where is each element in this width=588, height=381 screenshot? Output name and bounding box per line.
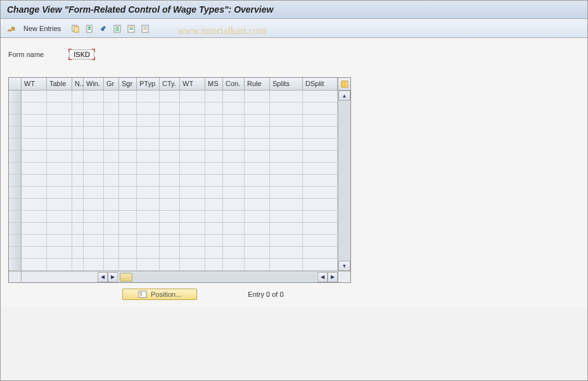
cell-dsplit[interactable] xyxy=(303,127,338,139)
cell-wt2[interactable] xyxy=(180,235,205,247)
scroll-left-icon[interactable]: ◀ xyxy=(98,272,108,282)
cell-wt2[interactable] xyxy=(180,115,205,127)
cell-ptyp[interactable] xyxy=(137,175,160,187)
cell-cty[interactable] xyxy=(160,199,180,211)
cell-sgr[interactable] xyxy=(119,103,137,115)
cell-wt[interactable] xyxy=(22,199,47,211)
cell-n[interactable] xyxy=(72,151,84,163)
cell-win[interactable] xyxy=(84,187,104,199)
cell-gr[interactable] xyxy=(104,211,119,223)
cell-wt[interactable] xyxy=(22,139,47,151)
column-header-wt[interactable]: WT xyxy=(22,78,47,91)
cell-con[interactable] xyxy=(223,139,245,151)
cell-rule[interactable] xyxy=(245,175,270,187)
cell-n[interactable] xyxy=(72,139,84,151)
cell-wt[interactable] xyxy=(22,163,47,175)
cell-win[interactable] xyxy=(84,175,104,187)
cell-sgr[interactable] xyxy=(119,127,137,139)
cell-table[interactable] xyxy=(47,127,72,139)
cell-rule[interactable] xyxy=(245,139,270,151)
cell-ptyp[interactable] xyxy=(137,163,160,175)
cell-n[interactable] xyxy=(72,115,84,127)
delete-icon[interactable] xyxy=(84,23,95,34)
cell-ptyp[interactable] xyxy=(137,151,160,163)
cell-rule[interactable] xyxy=(245,151,270,163)
cell-win[interactable] xyxy=(84,139,104,151)
column-header-ms[interactable]: MS xyxy=(205,78,223,91)
cell-win[interactable] xyxy=(84,199,104,211)
cell-wt[interactable] xyxy=(22,223,47,235)
cell-dsplit[interactable] xyxy=(303,151,338,163)
cell-dsplit[interactable] xyxy=(303,187,338,199)
row-selector[interactable] xyxy=(9,211,22,223)
row-selector[interactable] xyxy=(9,223,22,235)
cell-ms[interactable] xyxy=(205,103,223,115)
cell-ms[interactable] xyxy=(205,247,223,259)
cell-sgr[interactable] xyxy=(119,259,137,271)
cell-con[interactable] xyxy=(223,199,245,211)
cell-cty[interactable] xyxy=(160,223,180,235)
cell-cty[interactable] xyxy=(160,91,180,103)
cell-win[interactable] xyxy=(84,163,104,175)
column-header-cty[interactable]: CTy. xyxy=(160,78,180,91)
row-selector[interactable] xyxy=(9,187,22,199)
cell-table[interactable] xyxy=(47,259,72,271)
cell-splits[interactable] xyxy=(270,139,303,151)
cell-wt2[interactable] xyxy=(180,199,205,211)
scroll-down-icon[interactable]: ▼ xyxy=(338,261,350,271)
cell-con[interactable] xyxy=(223,151,245,163)
cell-dsplit[interactable] xyxy=(303,247,338,259)
cell-rule[interactable] xyxy=(245,163,270,175)
cell-splits[interactable] xyxy=(270,163,303,175)
cell-ms[interactable] xyxy=(205,211,223,223)
deselect-all-icon[interactable] xyxy=(139,23,151,34)
scroll-right-icon[interactable]: ▶ xyxy=(108,272,118,282)
row-selector[interactable] xyxy=(9,235,22,247)
cell-splits[interactable] xyxy=(270,103,303,115)
cell-n[interactable] xyxy=(72,247,84,259)
cell-con[interactable] xyxy=(223,223,245,235)
cell-splits[interactable] xyxy=(270,115,303,127)
cell-dsplit[interactable] xyxy=(303,235,338,247)
cell-wt2[interactable] xyxy=(180,91,205,103)
cell-wt2[interactable] xyxy=(180,127,205,139)
cell-sgr[interactable] xyxy=(119,247,137,259)
column-header-n[interactable]: N.. xyxy=(72,78,84,91)
cell-wt2[interactable] xyxy=(180,187,205,199)
cell-wt2[interactable] xyxy=(180,211,205,223)
cell-sgr[interactable] xyxy=(119,151,137,163)
cell-table[interactable] xyxy=(47,187,72,199)
column-header-dsplit[interactable]: DSplit xyxy=(303,78,338,91)
cell-splits[interactable] xyxy=(270,211,303,223)
cell-splits[interactable] xyxy=(270,223,303,235)
cell-wt2[interactable] xyxy=(180,175,205,187)
cell-cty[interactable] xyxy=(160,247,180,259)
cell-gr[interactable] xyxy=(104,199,119,211)
cell-ms[interactable] xyxy=(205,91,223,103)
select-all-rows[interactable] xyxy=(9,78,22,91)
cell-sgr[interactable] xyxy=(119,235,137,247)
cell-sgr[interactable] xyxy=(119,163,137,175)
horizontal-scrollbar[interactable] xyxy=(118,272,317,282)
cell-gr[interactable] xyxy=(104,103,119,115)
row-selector[interactable] xyxy=(9,151,22,163)
new-entries-button[interactable]: New Entries xyxy=(20,23,65,34)
cell-n[interactable] xyxy=(72,223,84,235)
cell-cty[interactable] xyxy=(160,103,180,115)
cell-ptyp[interactable] xyxy=(137,223,160,235)
cell-splits[interactable] xyxy=(270,199,303,211)
cell-dsplit[interactable] xyxy=(303,175,338,187)
cell-wt[interactable] xyxy=(22,187,47,199)
cell-ms[interactable] xyxy=(205,223,223,235)
row-selector[interactable] xyxy=(9,139,22,151)
cell-splits[interactable] xyxy=(270,151,303,163)
scroll-up-icon[interactable]: ▲ xyxy=(338,91,350,101)
cell-cty[interactable] xyxy=(160,235,180,247)
column-header-win[interactable]: Win. xyxy=(84,78,104,91)
cell-ptyp[interactable] xyxy=(137,115,160,127)
cell-ms[interactable] xyxy=(205,259,223,271)
scroll-right-end-icon[interactable]: ▶ xyxy=(328,272,338,282)
scroll-thumb[interactable] xyxy=(120,273,132,282)
row-selector[interactable] xyxy=(9,259,22,271)
cell-n[interactable] xyxy=(72,127,84,139)
